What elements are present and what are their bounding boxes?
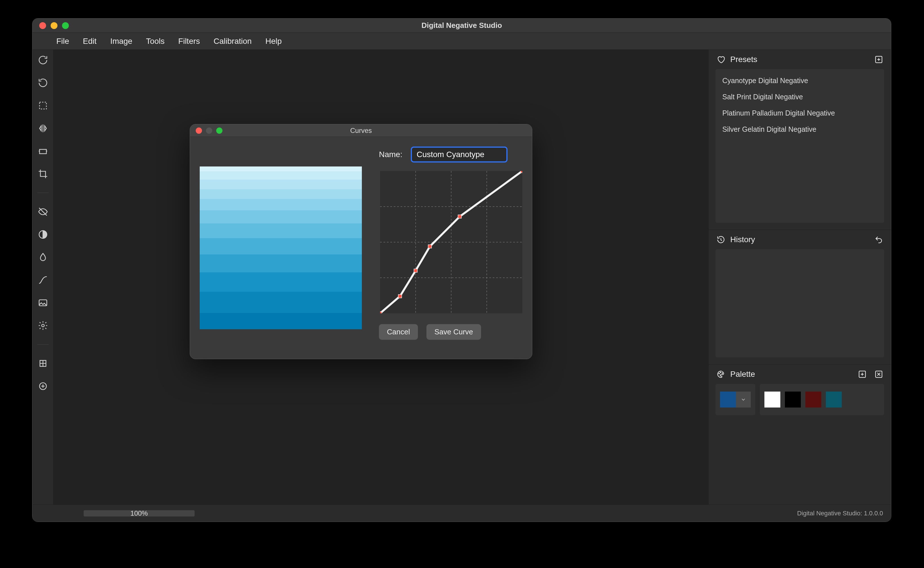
palette-section: Palette bbox=[708, 364, 891, 422]
swatch[interactable] bbox=[826, 391, 842, 408]
progress-bar: 100% bbox=[84, 510, 194, 517]
svg-rect-23 bbox=[428, 245, 431, 248]
add-swatch-button[interactable] bbox=[858, 370, 867, 378]
version-label: Digital Negative Studio: 1.0.0.0 bbox=[797, 510, 883, 517]
rotate-ccw-icon[interactable] bbox=[38, 78, 48, 88]
svg-point-5 bbox=[42, 325, 44, 327]
dialog-close-button[interactable] bbox=[196, 127, 202, 134]
dialog-title: Curves bbox=[190, 127, 532, 134]
visibility-off-icon[interactable] bbox=[38, 207, 48, 217]
flip-horizontal-icon[interactable] bbox=[38, 123, 48, 133]
toolbar-separator bbox=[37, 193, 49, 193]
resize-icon[interactable] bbox=[38, 146, 48, 156]
cancel-button[interactable]: Cancel bbox=[379, 324, 418, 340]
swatch-dropdown[interactable] bbox=[736, 391, 751, 408]
swatch[interactable] bbox=[805, 391, 821, 408]
preset-item[interactable]: Cyanotype Digital Negative bbox=[716, 73, 884, 89]
history-section: History bbox=[708, 230, 891, 364]
history-icon bbox=[717, 235, 725, 244]
active-swatch[interactable] bbox=[720, 391, 751, 408]
history-title: History bbox=[730, 235, 755, 244]
progress-label: 100% bbox=[84, 509, 194, 517]
svg-rect-24 bbox=[458, 215, 461, 218]
undo-button[interactable] bbox=[874, 235, 883, 244]
swatch[interactable] bbox=[764, 391, 780, 408]
palette-icon bbox=[717, 370, 725, 378]
name-label: Name: bbox=[379, 150, 402, 159]
right-panel: Presets Cyanotype Digital Negative Salt … bbox=[708, 50, 891, 505]
svg-rect-20 bbox=[380, 311, 382, 313]
preset-item[interactable]: Salt Print Digital Negative bbox=[716, 89, 884, 105]
svg-rect-0 bbox=[39, 102, 47, 109]
svg-point-9 bbox=[719, 373, 720, 374]
titlebar: Digital Negative Studio bbox=[32, 18, 891, 33]
dialog-maximize-button[interactable] bbox=[216, 127, 223, 134]
menu-tools[interactable]: Tools bbox=[146, 37, 164, 46]
maximize-window-button[interactable] bbox=[62, 22, 69, 29]
app-title: Digital Negative Studio bbox=[32, 21, 891, 30]
contrast-icon[interactable] bbox=[38, 230, 48, 240]
menu-help[interactable]: Help bbox=[265, 37, 282, 46]
dialog-window-controls bbox=[190, 127, 223, 134]
preview-image bbox=[200, 166, 362, 329]
curve-editor[interactable] bbox=[380, 171, 522, 313]
curve-icon[interactable] bbox=[38, 275, 48, 285]
window-controls bbox=[32, 22, 69, 29]
menu-edit[interactable]: Edit bbox=[83, 37, 96, 46]
dialog-titlebar: Curves bbox=[190, 124, 532, 137]
close-window-button[interactable] bbox=[39, 22, 46, 29]
move-icon[interactable] bbox=[38, 358, 48, 369]
preset-item[interactable]: Platinum Palladium Digital Negative bbox=[716, 105, 884, 121]
minimize-window-button[interactable] bbox=[51, 22, 57, 29]
rotate-cw-icon[interactable] bbox=[38, 55, 48, 65]
svg-point-10 bbox=[720, 372, 721, 373]
svg-rect-25 bbox=[521, 171, 522, 173]
curve-name-input[interactable] bbox=[411, 147, 508, 163]
heart-icon bbox=[717, 55, 725, 64]
dialog-minimize-button[interactable] bbox=[206, 127, 212, 134]
statusbar: 100% Digital Negative Studio: 1.0.0.0 bbox=[32, 505, 891, 522]
menu-file[interactable]: File bbox=[56, 37, 69, 46]
add-preset-button[interactable] bbox=[874, 55, 883, 64]
left-toolbar bbox=[32, 50, 53, 505]
ink-drop-icon[interactable] bbox=[38, 252, 48, 262]
menu-filters[interactable]: Filters bbox=[178, 37, 200, 46]
crop-icon[interactable] bbox=[38, 169, 48, 179]
palette-title: Palette bbox=[730, 370, 755, 379]
image-icon[interactable] bbox=[38, 298, 48, 308]
preset-list: Cyanotype Digital Negative Salt Print Di… bbox=[716, 69, 884, 223]
active-swatch-wrap bbox=[716, 384, 755, 415]
svg-rect-1 bbox=[39, 150, 47, 154]
svg-rect-21 bbox=[398, 295, 402, 298]
preset-item[interactable]: Silver Gelatin Digital Negative bbox=[716, 121, 884, 137]
save-curve-button[interactable]: Save Curve bbox=[427, 324, 481, 340]
menubar: File Edit Image Tools Filters Calibratio… bbox=[32, 33, 891, 50]
gear-icon[interactable] bbox=[38, 320, 48, 331]
target-icon[interactable] bbox=[38, 381, 48, 391]
presets-title: Presets bbox=[730, 55, 757, 64]
svg-point-11 bbox=[722, 373, 723, 374]
menu-image[interactable]: Image bbox=[110, 37, 132, 46]
curves-dialog: Curves Name: bbox=[190, 124, 532, 359]
menu-calibration[interactable]: Calibration bbox=[214, 37, 252, 46]
swatch[interactable] bbox=[785, 391, 801, 408]
presets-section: Presets Cyanotype Digital Negative Salt … bbox=[708, 50, 891, 230]
marquee-icon[interactable] bbox=[38, 100, 48, 111]
svg-rect-22 bbox=[414, 269, 418, 272]
delete-swatch-button[interactable] bbox=[874, 370, 883, 378]
history-list bbox=[716, 249, 884, 357]
